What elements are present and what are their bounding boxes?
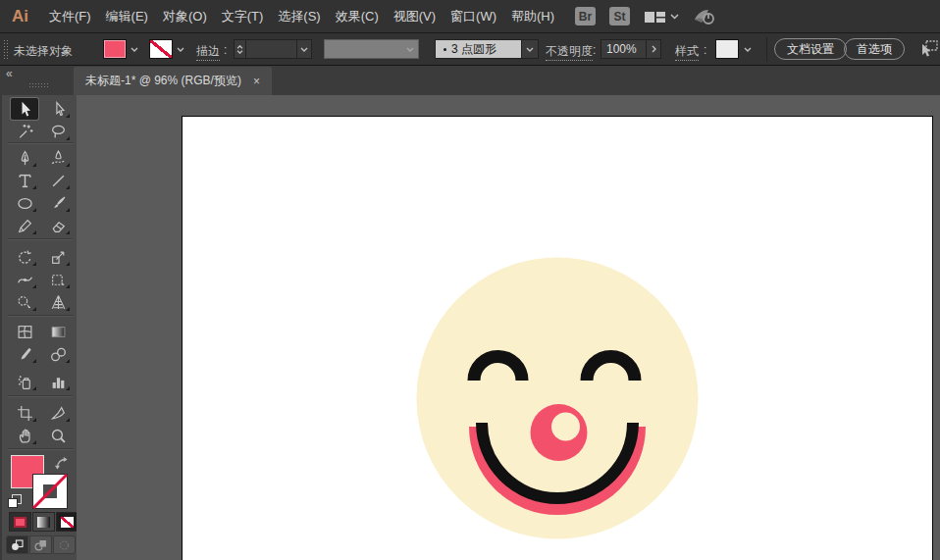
illustrator-window: Ai 文件(F) 编辑(E) 对象(O) 文字(T) 选择(S) 效果(C) 视… [0, 0, 940, 560]
curvature-tool[interactable] [44, 147, 72, 169]
smiley-nose-highlight[interactable] [551, 413, 580, 441]
line-segment-tool[interactable] [44, 170, 72, 191]
document-setup-button[interactable]: 文档设置 [774, 38, 847, 60]
collapse-dock-icon[interactable]: « [6, 67, 12, 80]
opacity-panel-link[interactable]: 不透明度 [546, 43, 593, 61]
menu-window[interactable]: 窗口(W) [449, 6, 497, 27]
free-transform-tool[interactable] [44, 269, 72, 290]
document-tab[interactable]: 未标题-1* @ 96% (RGB/预览) × [74, 67, 272, 95]
opacity-field[interactable]: 100% [601, 39, 661, 59]
illustrator-logo: Ai [12, 7, 28, 26]
menu-file[interactable]: 文件(F) [48, 6, 92, 27]
preferences-button[interactable]: 首选项 [844, 38, 905, 60]
select-similar-objects-icon[interactable] [918, 40, 939, 59]
stroke-color-swatch[interactable] [149, 39, 173, 59]
gradient-button[interactable] [32, 512, 55, 532]
magic-wand-tool[interactable] [11, 121, 38, 142]
toolbar-gripper[interactable] [28, 82, 49, 87]
brush-name: 3 点圆形 [451, 41, 496, 58]
chevron-down-icon [300, 47, 308, 52]
menu-help[interactable]: 帮助(H) [510, 6, 555, 27]
menu-object[interactable]: 对象(O) [162, 6, 208, 27]
eraser-tool[interactable] [44, 215, 72, 236]
draw-behind-button[interactable] [29, 535, 52, 554]
workspace [0, 95, 940, 560]
chevron-down-icon [406, 47, 414, 52]
pen-tool[interactable] [11, 147, 38, 169]
chevron-down-icon [131, 47, 138, 52]
stroke-weight-dropdown[interactable] [296, 40, 311, 58]
scale-tool[interactable] [44, 246, 72, 268]
hand-tool[interactable] [11, 425, 38, 446]
none-button[interactable] [56, 512, 78, 532]
draw-normal-button[interactable] [6, 535, 28, 554]
fill-color-swatch[interactable] [103, 39, 127, 59]
shaper-pencil-tool[interactable] [11, 215, 38, 236]
tab-close-icon[interactable]: × [253, 75, 260, 88]
tab-bar: « 未标题-1* @ 96% (RGB/预览) × [0, 66, 940, 95]
zoom-tool[interactable] [44, 425, 72, 446]
stroke-panel-link[interactable]: 描边 [196, 43, 220, 61]
brush-definition-dropdown[interactable] [522, 39, 539, 59]
canvas-area[interactable] [77, 95, 940, 560]
gradient-tool[interactable] [44, 321, 72, 342]
chevron-up-icon [236, 45, 243, 49]
arrange-documents-button[interactable] [644, 9, 679, 25]
brush-preview-dot [444, 48, 446, 51]
lasso-tool[interactable] [44, 121, 72, 142]
drawing-mode-buttons [6, 535, 76, 554]
perspective-grid-tool[interactable] [44, 291, 72, 313]
type-tool[interactable] [11, 170, 38, 191]
swap-fill-stroke-icon[interactable] [54, 456, 71, 472]
stroke-weight-field[interactable] [234, 39, 312, 59]
style-swatch[interactable] [715, 39, 739, 59]
opacity-value[interactable]: 100% [601, 40, 646, 58]
column-graph-tool[interactable] [44, 371, 72, 392]
control-bar: 未选择对象 描边 : [0, 33, 940, 66]
arrange-documents-icon [644, 9, 666, 25]
no-selection-label: 未选择对象 [14, 43, 73, 60]
menu-effect[interactable]: 效果(C) [335, 6, 380, 27]
tools-panel [0, 95, 77, 560]
opacity-dropdown[interactable] [646, 40, 660, 58]
style-dropdown[interactable] [741, 39, 755, 59]
menu-items: 文件(F) 编辑(E) 对象(O) 文字(T) 选择(S) 效果(C) 视图(V… [48, 6, 555, 27]
width-tool[interactable] [11, 269, 38, 290]
symbol-sprayer-tool[interactable] [11, 371, 38, 392]
ellipse-tool[interactable] [11, 192, 38, 214]
bridge-button[interactable]: Br [575, 7, 596, 25]
stroke-weight-value[interactable] [246, 40, 296, 58]
eyedropper-tool[interactable] [11, 343, 38, 365]
selection-tool[interactable] [11, 98, 38, 120]
chevron-down-icon [670, 14, 679, 20]
rotate-tool[interactable] [11, 246, 38, 268]
shape-builder-tool[interactable] [11, 291, 38, 313]
menu-edit[interactable]: 编辑(E) [105, 6, 149, 27]
paintbrush-tool[interactable] [44, 192, 72, 214]
menu-type[interactable]: 文字(T) [221, 6, 265, 27]
slice-tool[interactable] [44, 402, 72, 424]
fill-color-dropdown[interactable] [128, 39, 141, 59]
menu-view[interactable]: 视图(V) [392, 6, 437, 27]
brush-definition-field[interactable]: 3 点圆形 [435, 39, 522, 59]
blend-tool[interactable] [44, 343, 72, 365]
gpu-performance-icon[interactable] [692, 7, 715, 26]
menubar-right-cluster: Br St [575, 0, 715, 32]
chevron-down-icon [236, 50, 243, 54]
stroke-color-dropdown[interactable] [174, 39, 187, 59]
stroke-weight-stepper[interactable] [235, 40, 246, 58]
mesh-tool[interactable] [11, 321, 38, 342]
color-button[interactable] [9, 512, 31, 532]
default-fill-stroke-icon[interactable] [7, 493, 23, 509]
stroke-proxy-swatch[interactable] [32, 474, 68, 509]
control-bar-gripper[interactable] [3, 39, 9, 60]
chevron-down-icon [744, 47, 752, 52]
artboard-tool[interactable] [11, 402, 38, 424]
style-panel-link[interactable]: 样式 [675, 43, 699, 61]
direct-selection-tool[interactable] [44, 98, 72, 120]
variable-width-profile-dropdown [324, 39, 419, 59]
stock-button[interactable]: St [609, 7, 630, 25]
menu-select[interactable]: 选择(S) [277, 6, 321, 27]
brush-definition-combo: 3 点圆形 [435, 39, 539, 59]
chevron-down-icon [177, 47, 184, 52]
